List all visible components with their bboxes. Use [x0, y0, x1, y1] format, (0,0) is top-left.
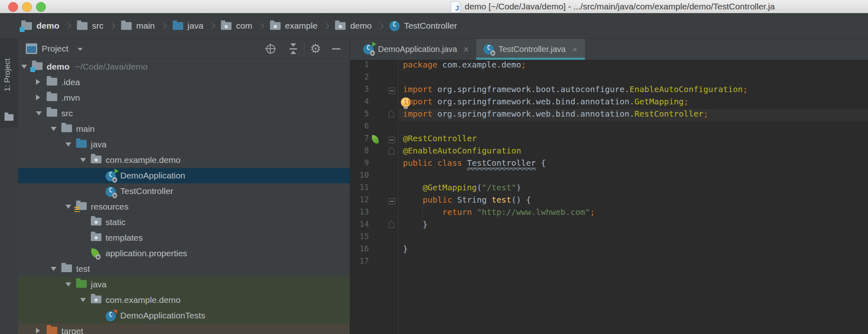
line-number[interactable]: 16 [350, 244, 369, 256]
code-text: } [403, 244, 408, 256]
tree-item-com-example-demo[interactable]: com.example.demo [18, 152, 350, 168]
spring-bean-gutter-icon[interactable] [371, 135, 380, 144]
tree-collapsed-arrow-icon[interactable] [36, 95, 40, 100]
line-number[interactable]: 3 [350, 84, 369, 97]
fold-collapse-icon[interactable] [389, 88, 395, 94]
tree-item-test[interactable]: test [18, 261, 350, 277]
code-editor[interactable]: 1package com.example.demo;23import org.s… [350, 60, 868, 334]
tree-item-src[interactable]: src [18, 106, 350, 121]
code-line-14[interactable]: 14 } [350, 219, 868, 232]
fold-end-icon[interactable] [389, 113, 394, 117]
zoom-window-button[interactable] [36, 2, 46, 12]
run-arrow-icon [372, 42, 376, 47]
tree-item-resources[interactable]: resources [18, 199, 350, 214]
token-str: "/test" [482, 183, 516, 192]
breadcrumb-item-com[interactable]: com [221, 21, 252, 31]
tree-item-templates[interactable]: templates [18, 230, 350, 246]
tree-collapsed-arrow-icon[interactable] [36, 79, 40, 85]
minimize-window-button[interactable] [22, 2, 32, 12]
line-number[interactable]: 1 [350, 60, 369, 72]
tree-item-mvn[interactable]: .mvn [18, 90, 350, 106]
tree-collapsed-arrow-icon[interactable] [36, 328, 40, 334]
code-line-11[interactable]: 11 @GetMapping("/test") [350, 183, 868, 195]
code-line-4[interactable]: 4import org.springframework.web.bind.ann… [350, 97, 868, 109]
code-line-15[interactable]: 15 [350, 232, 868, 244]
tree-item-java[interactable]: java [18, 277, 350, 292]
breadcrumb-item-example[interactable]: example [270, 21, 317, 31]
package-icon [335, 22, 346, 30]
collapse-all-icon[interactable] [288, 43, 299, 54]
line-number[interactable]: 6 [350, 121, 369, 133]
package-icon [91, 296, 101, 303]
tree-item-demo[interactable]: demo~/Code/Java/demo [18, 59, 350, 74]
editor-tab-testcontroller-java[interactable]: TestController.java× [476, 39, 585, 60]
settings-gear-icon[interactable]: ⚙ [310, 43, 321, 54]
tree-item-idea[interactable]: .idea [18, 74, 350, 90]
fold-end-icon[interactable] [389, 223, 394, 228]
locate-icon[interactable] [265, 43, 276, 54]
code-line-3[interactable]: 3import org.springframework.boot.autocon… [350, 84, 868, 97]
close-window-button[interactable] [8, 2, 18, 12]
code-line-10[interactable]: 10 [350, 170, 868, 183]
tree-expanded-arrow-icon[interactable] [80, 298, 86, 302]
tree-expanded-arrow-icon[interactable] [51, 267, 56, 271]
token-pl [403, 183, 423, 192]
tree-expanded-arrow-icon[interactable] [21, 65, 27, 69]
code-line-8[interactable]: 8@EnableAutoConfiguration [350, 146, 868, 158]
breadcrumb-item-testcontroller[interactable]: TestController [389, 21, 457, 31]
editor-tab-demoapplication-java[interactable]: DemoApplication.java× [356, 39, 476, 60]
line-number[interactable]: 4 [350, 97, 369, 109]
line-number[interactable]: 2 [350, 72, 369, 84]
token-ann: @RestController [403, 133, 477, 143]
tree-item-com-example-demo[interactable]: com.example.demo [18, 292, 350, 308]
line-number[interactable]: 14 [350, 219, 369, 232]
tree-item-testcontroller[interactable]: TestController [18, 183, 350, 199]
line-number[interactable]: 12 [350, 195, 369, 207]
tree-expanded-arrow-icon[interactable] [36, 111, 42, 115]
line-number[interactable]: 5 [350, 109, 369, 121]
line-number[interactable]: 10 [350, 170, 369, 183]
tree-expanded-arrow-icon[interactable] [65, 142, 71, 147]
breadcrumb-item-demo[interactable]: demo [21, 21, 59, 31]
code-line-2[interactable]: 2 [350, 72, 868, 84]
tree-item-java[interactable]: java [18, 137, 350, 152]
code-line-9[interactable]: 9public class TestController { [350, 158, 868, 170]
breadcrumb-item-java[interactable]: java [173, 21, 204, 31]
line-number[interactable]: 15 [350, 232, 369, 244]
code-line-7[interactable]: 7@RestController [350, 133, 868, 146]
line-number[interactable]: 11 [350, 183, 369, 195]
breadcrumb-item-demo[interactable]: demo [335, 21, 372, 31]
line-number[interactable]: 8 [350, 146, 369, 158]
code-line-6[interactable]: 6 [350, 121, 868, 133]
tree-item-demoapplicationtests[interactable]: DemoApplicationTests [18, 308, 350, 323]
code-line-5[interactable]: 5import org.springframework.web.bind.ann… [350, 109, 868, 121]
hide-panel-icon[interactable] [331, 43, 342, 54]
fold-collapse-icon[interactable] [389, 198, 395, 205]
code-line-1[interactable]: 1package com.example.demo; [350, 60, 868, 72]
code-line-16[interactable]: 16} [350, 244, 868, 256]
chevron-down-icon[interactable] [78, 48, 83, 51]
code-line-12[interactable]: 12 public String test() { [350, 195, 868, 207]
tree-expanded-arrow-icon[interactable] [51, 127, 56, 131]
line-number[interactable]: 13 [350, 207, 369, 219]
breadcrumb-item-src[interactable]: src [77, 21, 103, 31]
fold-end-icon[interactable] [389, 150, 394, 154]
tree-expanded-arrow-icon[interactable] [65, 282, 71, 287]
breadcrumb-label: main [136, 21, 155, 31]
breadcrumb-item-main[interactable]: main [121, 21, 155, 31]
code-line-17[interactable]: 17 [350, 256, 868, 269]
line-number[interactable]: 9 [350, 158, 369, 170]
tab-close-icon[interactable]: × [572, 45, 578, 54]
tree-expanded-arrow-icon[interactable] [65, 205, 71, 209]
tree-item-main[interactable]: main [18, 121, 350, 137]
tree-item-application-properties[interactable]: application.properties [18, 246, 350, 261]
code-line-13[interactable]: 13 return "http://www.lwhweb.com"; [350, 207, 868, 219]
tree-expanded-arrow-icon[interactable] [80, 158, 86, 162]
tree-item-demoapplication[interactable]: DemoApplication [18, 168, 350, 183]
line-number[interactable]: 17 [350, 256, 369, 269]
fold-collapse-icon[interactable] [389, 137, 395, 143]
tab-close-icon[interactable]: × [463, 45, 469, 54]
line-number[interactable]: 7 [350, 133, 369, 146]
tree-item-target[interactable]: target [18, 323, 350, 334]
tree-item-static[interactable]: static [18, 214, 350, 230]
